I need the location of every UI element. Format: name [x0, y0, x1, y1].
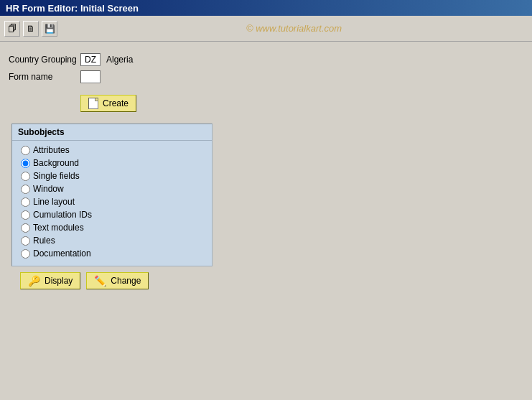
cumulation-ids-label[interactable]: Cumulation IDs: [33, 210, 92, 220]
window-label[interactable]: Window: [33, 184, 64, 194]
background-radio[interactable]: [21, 159, 30, 168]
line-layout-label[interactable]: Line layout: [33, 197, 75, 207]
country-grouping-row: Country Grouping Algeria: [9, 53, 523, 66]
main-content: Country Grouping Algeria Form name Creat…: [0, 42, 532, 307]
create-button-row: Create: [80, 95, 523, 112]
form-name-label: Form name: [9, 72, 80, 82]
create-button[interactable]: Create: [80, 95, 136, 112]
subobjects-panel: Subobjects Attributes Background Single …: [11, 124, 213, 266]
attributes-label[interactable]: Attributes: [33, 145, 70, 155]
change-pencil-icon: ✏️: [94, 275, 106, 287]
rules-radio[interactable]: [21, 236, 30, 246]
save-icon: 💾: [45, 24, 55, 34]
form-name-row: Form name: [9, 70, 523, 83]
list-item: Cumulation IDs: [21, 210, 203, 220]
line-layout-radio[interactable]: [21, 197, 30, 207]
subobjects-title: Subobjects: [12, 124, 212, 141]
list-item: Single fields: [21, 171, 203, 181]
display-button-label: Display: [45, 276, 73, 286]
single-fields-radio[interactable]: [21, 172, 30, 181]
list-item: Attributes: [21, 145, 203, 155]
list-item: Text modules: [21, 223, 203, 233]
save-button[interactable]: 💾: [42, 21, 57, 37]
country-grouping-label: Country Grouping: [9, 55, 80, 65]
copy-button[interactable]: 🗎: [23, 21, 39, 37]
create-doc-icon: [88, 98, 98, 109]
text-modules-radio[interactable]: [21, 223, 30, 233]
create-button-label: Create: [103, 98, 129, 108]
subobjects-list: Attributes Background Single fields Wind…: [12, 141, 212, 266]
list-item: Background: [21, 158, 203, 168]
documentation-radio[interactable]: [21, 249, 30, 259]
window-radio[interactable]: [21, 185, 30, 194]
background-label[interactable]: Background: [33, 158, 79, 168]
bottom-buttons: 🔑 Display ✏️ Change: [11, 266, 523, 295]
list-item: Line layout: [21, 197, 203, 207]
form-name-input[interactable]: [80, 70, 101, 83]
copy-icon: 🗎: [27, 24, 35, 34]
toolbar: 🗍 🗎 💾 © www.tutorialkart.com: [0, 16, 532, 42]
new-button[interactable]: 🗍: [4, 21, 20, 37]
country-grouping-input[interactable]: [80, 53, 101, 66]
rules-label[interactable]: Rules: [33, 236, 55, 246]
country-name: Algeria: [106, 55, 133, 65]
app-title: HR Form Editor: Initial Screen: [6, 3, 139, 14]
text-modules-label[interactable]: Text modules: [33, 223, 84, 233]
cumulation-ids-radio[interactable]: [21, 210, 30, 220]
change-button[interactable]: ✏️ Change: [86, 272, 149, 289]
list-item: Window: [21, 184, 203, 194]
form-section: Country Grouping Algeria Form name: [9, 53, 523, 83]
display-button[interactable]: 🔑 Display: [20, 272, 80, 289]
single-fields-label[interactable]: Single fields: [33, 171, 80, 181]
new-icon: 🗍: [8, 24, 17, 34]
list-item: Documentation: [21, 248, 203, 259]
title-bar: HR Form Editor: Initial Screen: [0, 0, 532, 16]
change-button-label: Change: [111, 276, 141, 286]
list-item: Rules: [21, 236, 203, 246]
display-key-icon: 🔑: [28, 275, 40, 287]
watermark: © www.tutorialkart.com: [60, 23, 528, 34]
documentation-label[interactable]: Documentation: [33, 248, 91, 259]
attributes-radio[interactable]: [21, 146, 30, 155]
